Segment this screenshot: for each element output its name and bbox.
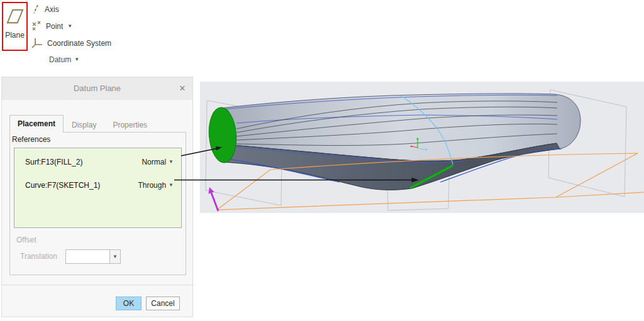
dialog-tabs: Placement Display Properties [9,116,155,133]
datum-dropdown-caret: ▼ [74,57,79,62]
datum-plane-dialog: Datum Plane ✕ Placement Display Properti… [1,77,193,317]
constraint-dropdown[interactable]: Normal ▼ [142,158,174,166]
offset-label: Offset [16,236,36,244]
point-label: Point [46,22,63,31]
axis-label: Axis [45,5,59,14]
reference-name: Curve:F7(SKETCH_1) [25,181,100,190]
tab-placement[interactable]: Placement [9,115,64,133]
coordinate-system-icon [31,38,43,48]
translation-combo: ▼ [65,249,121,264]
datum-label: Datum [49,55,71,64]
ribbon-item-point[interactable]: Point ▼ [31,21,72,31]
model-render [200,82,644,213]
reference-name: Surf:F13(FILL_2) [25,158,82,166]
cancel-button[interactable]: Cancel [146,297,180,310]
model-surface[interactable] [221,94,580,190]
viewport-3d[interactable] [200,82,644,213]
point-icon [31,21,42,31]
references-label: References [12,135,50,144]
references-list[interactable]: Surf:F13(FILL_2) Normal ▼ Curve:F7(SKETC… [14,148,182,228]
app-page: Plane Axis Point ▼ Coordinate System Dat… [0,0,644,321]
plane-button[interactable]: Plane [2,2,28,51]
chevron-down-icon: ▼ [169,183,174,188]
tab-display[interactable]: Display [64,116,104,133]
reference-row[interactable]: Surf:F13(FILL_2) Normal ▼ [14,153,181,171]
orientation-arrow-magenta [209,187,219,211]
dialog-title: Datum Plane [2,77,192,100]
ribbon-datum-group: Plane Axis Point ▼ Coordinate System Dat… [0,0,126,67]
placement-panel: References Surf:F13(FILL_2) Normal ▼ Cur… [9,132,186,275]
close-icon[interactable]: ✕ [176,82,189,95]
reference-row[interactable]: Curve:F7(SKETCH_1) Through ▼ [14,176,181,195]
plane-button-label: Plane [5,31,25,40]
coordinate-system-label: Coordinate System [47,39,111,48]
translation-label: Translation [20,252,57,261]
dialog-separator [2,285,194,285]
constraint-dropdown[interactable]: Through ▼ [138,181,174,190]
translation-dropdown-button[interactable]: ▼ [110,249,121,264]
plane-icon [5,8,25,25]
chevron-down-icon: ▼ [169,160,174,165]
ribbon-group-datum-flyout[interactable]: Datum ▼ [49,55,79,64]
ribbon-item-coordinate-system[interactable]: Coordinate System [31,38,111,48]
chevron-down-icon: ▼ [113,254,118,259]
tab-properties[interactable]: Properties [104,116,155,133]
ok-button[interactable]: OK [116,297,142,310]
point-dropdown-caret: ▼ [67,24,72,29]
ribbon-item-axis[interactable]: Axis [31,4,59,14]
axis-icon [31,4,40,14]
translation-input[interactable] [65,249,110,264]
